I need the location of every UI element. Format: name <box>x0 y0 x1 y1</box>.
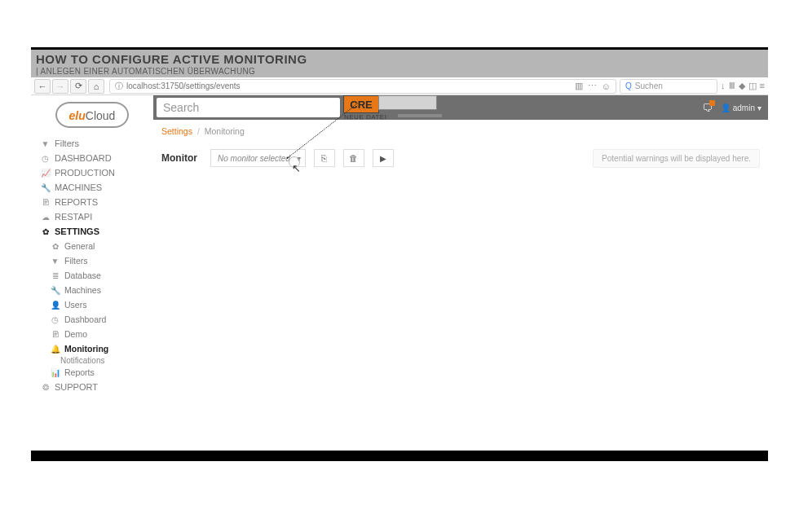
add-icon: ⎘ <box>321 153 327 163</box>
browser-toolbar: ← → ⟳ ⌂ ⓘ localhost:31750/settings/event… <box>31 77 768 95</box>
breadcrumb-current: Monitoring <box>205 126 245 136</box>
sidebar-item-dashboard[interactable]: ◷DASHBOARD <box>31 151 153 165</box>
sidebar-sub-machines[interactable]: 🔧Machines <box>31 283 153 297</box>
shield-icon[interactable]: ▥ <box>575 81 583 91</box>
sidebar-item-restapi[interactable]: ☁RESTAPI <box>31 209 153 224</box>
logo-part1: elu <box>69 109 86 122</box>
ext-icon-3[interactable]: ◆ <box>739 81 745 91</box>
sidebar-item-settings[interactable]: ✿SETTINGS <box>31 224 153 239</box>
tab-sublabel: NEUE DATEI <box>344 113 386 121</box>
tab-accent <box>398 114 442 117</box>
info-icon: ⓘ <box>115 81 123 92</box>
chart-icon: 📊 <box>51 368 60 377</box>
sidebar-item-filters[interactable]: ▼Filters <box>31 136 153 151</box>
gauge-icon: ◷ <box>51 315 60 324</box>
main-panel: Search CRE NEUE DATEI 🗨 👤 admin ▾ <box>153 95 768 447</box>
url-bar[interactable]: ⓘ localhost:31750/settings/events ▥ ⋯ ☺ <box>109 79 616 94</box>
browser-search-placeholder: Suchen <box>635 81 663 90</box>
banner-subtitle: | ANLEGEN EINER AUTOMATISCHEN ÜBERWACHUN… <box>36 67 763 76</box>
annotation-ring <box>289 156 300 168</box>
funnel-icon: ▼ <box>41 139 50 148</box>
warnings-placeholder: Potential warnings will be displayed her… <box>593 149 760 168</box>
user-name: admin <box>733 103 755 112</box>
sidebar-item-machines[interactable]: 🔧MACHINES <box>31 180 153 195</box>
doc-icon: 🖹 <box>51 330 60 339</box>
sidebar: eluCloud ▼Filters ◷DASHBOARD 📈PRODUCTION… <box>31 95 153 447</box>
home-button[interactable]: ⌂ <box>88 79 104 94</box>
logo-part2: Cloud <box>86 109 116 122</box>
sidebar-toggle-icon[interactable]: ◫ <box>748 81 757 91</box>
back-button[interactable]: ← <box>34 79 51 94</box>
search-icon: Q <box>625 81 632 90</box>
gear-icon: ✿ <box>51 242 60 251</box>
sidebar-sub-monitoring[interactable]: 🔔Monitoring <box>31 341 153 356</box>
forward-button[interactable]: → <box>52 79 68 94</box>
database-icon: ≣ <box>51 271 60 280</box>
sidebar-item-support[interactable]: ❂SUPPORT <box>31 380 153 394</box>
monitor-toolbar: Monitor No monitor selected ⎘ 🗑 ▶ Potent… <box>153 143 768 174</box>
browser-search[interactable]: Q Suchen <box>620 79 717 94</box>
app-search-input[interactable]: Search <box>157 98 340 117</box>
ext-icon-1[interactable]: ↓ <box>721 81 726 91</box>
breadcrumb-sep: / <box>197 126 200 136</box>
lifebuoy-icon: ❂ <box>41 383 50 392</box>
more-icon[interactable]: ⋯ <box>588 81 597 91</box>
ext-icon-2[interactable]: Ⅲ <box>729 81 735 91</box>
menu-icon[interactable]: ≡ <box>760 81 765 91</box>
play-icon: ▶ <box>380 154 386 163</box>
logo: eluCloud <box>31 99 153 136</box>
monitor-add-button[interactable]: ⎘ <box>314 149 335 167</box>
url-text: localhost:31750/settings/events <box>126 81 241 90</box>
cloud-icon: ☁ <box>41 213 50 222</box>
tutorial-banner: HOW TO CONFIGURE ACTIVE MONITORING | ANL… <box>31 50 768 77</box>
wrench-icon: 🔧 <box>51 286 60 295</box>
sidebar-item-production[interactable]: 📈PRODUCTION <box>31 165 153 180</box>
sidebar-sub-filters[interactable]: ▼Filters <box>31 253 153 268</box>
sidebar-sub-users[interactable]: 👤Users <box>31 297 153 312</box>
secondary-tab[interactable] <box>378 95 437 110</box>
chevron-down-icon: ▾ <box>757 103 761 112</box>
sidebar-sub-reports[interactable]: 📊Reports <box>31 365 153 380</box>
user-icon: 👤 <box>51 301 60 310</box>
gear-icon: ✿ <box>41 227 50 236</box>
monitor-delete-button[interactable]: 🗑 <box>343 149 364 167</box>
app-header: Search CRE NEUE DATEI 🗨 👤 admin ▾ <box>153 95 768 120</box>
monitor-label: Monitor <box>161 149 202 164</box>
funnel-icon: ▼ <box>51 257 60 266</box>
sidebar-sub-dashboard[interactable]: ◷Dashboard <box>31 312 153 327</box>
gauge-icon: ◷ <box>41 154 50 163</box>
reload-button[interactable]: ⟳ <box>70 79 86 94</box>
doc-icon: 🖹 <box>41 198 50 207</box>
sidebar-sub-database[interactable]: ≣Database <box>31 268 153 283</box>
bell-icon: 🔔 <box>51 345 60 354</box>
browser-extensions: ↓ Ⅲ ◆ ◫ ≡ <box>721 81 765 91</box>
wrench-icon: 🔧 <box>41 183 50 192</box>
user-icon: 👤 <box>721 103 731 112</box>
user-menu[interactable]: 👤 admin ▾ <box>721 103 761 112</box>
breadcrumb: Settings / Monitoring <box>153 120 768 143</box>
monitor-run-button[interactable]: ▶ <box>373 149 394 167</box>
chart-icon: 📈 <box>41 169 50 178</box>
sidebar-sub-notifications[interactable]: Notifications <box>31 356 153 365</box>
reader-icon[interactable]: ☺ <box>602 81 611 91</box>
breadcrumb-root[interactable]: Settings <box>161 126 192 136</box>
sidebar-sub-demo[interactable]: 🖹Demo <box>31 327 153 341</box>
sidebar-sub-general[interactable]: ✿General <box>31 239 153 253</box>
notification-icon[interactable]: 🗨 <box>702 102 713 114</box>
trash-icon: 🗑 <box>349 153 358 163</box>
banner-title: HOW TO CONFIGURE ACTIVE MONITORING <box>36 52 763 66</box>
app-search-placeholder: Search <box>163 101 199 114</box>
sidebar-item-reports[interactable]: 🖹REPORTS <box>31 195 153 209</box>
